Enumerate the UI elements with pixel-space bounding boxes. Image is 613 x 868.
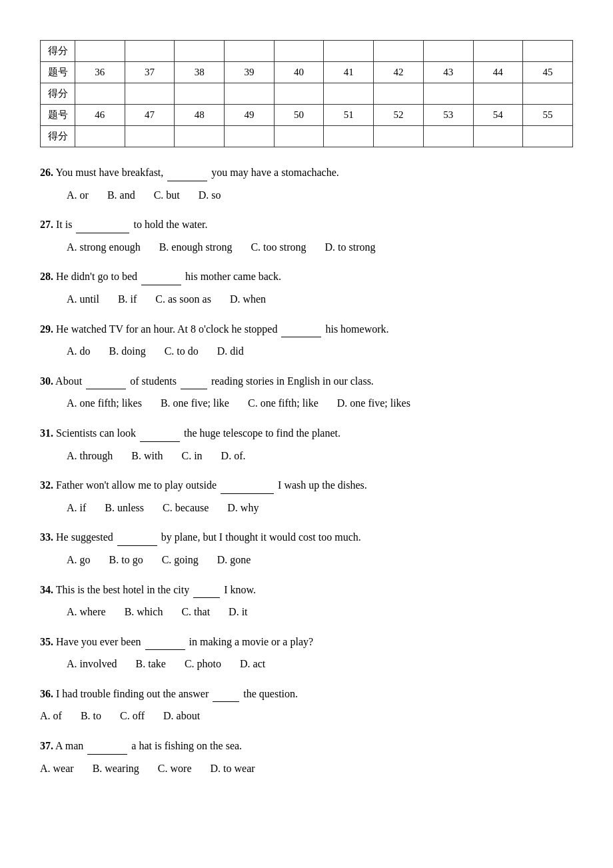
option: A. do	[67, 343, 91, 360]
options-row: A. untilB. ifC. as soon asD. when	[40, 291, 573, 308]
option: A. strong enough	[67, 239, 141, 256]
options-row: A. one fifth; likesB. one five; likeC. o…	[40, 395, 573, 412]
option: B. with	[131, 447, 163, 465]
table-cell: 49	[225, 105, 275, 126]
options-row: A. throughB. withC. inD. of.	[40, 447, 573, 465]
table-cell: 38	[175, 62, 225, 83]
option: B. wearing	[93, 760, 139, 777]
table-label-4: 得分	[41, 126, 75, 147]
option: A. involved	[67, 655, 117, 673]
option: D. it	[229, 603, 247, 621]
option: B. take	[136, 655, 166, 673]
table-cell: 46	[75, 105, 125, 126]
option: B. if	[118, 291, 137, 308]
table-cell: 53	[423, 105, 473, 126]
question-text: 29. He watched TV for an hour. At 8 o'cl…	[40, 320, 573, 338]
question-text: 32. Father won't allow me to play outsid…	[40, 476, 573, 494]
table-cell	[423, 83, 473, 105]
question-q36: 36. I had trouble finding out the answer…	[40, 685, 573, 725]
table-cell: 47	[125, 105, 175, 126]
table-cell: 43	[423, 62, 473, 83]
table-cell	[324, 41, 374, 62]
table-cell	[374, 41, 424, 62]
table-cell	[274, 126, 324, 147]
option: C. but	[154, 187, 180, 204]
option: A. of	[40, 707, 62, 725]
option: D. one five; likes	[337, 395, 410, 412]
question-q34: 34. This is the best hotel in the city I…	[40, 581, 573, 621]
table-cell	[523, 126, 573, 147]
score-table: 得分题号36373839404142434445得分题号464748495051…	[40, 40, 573, 147]
table-cell: 42	[374, 62, 424, 83]
question-q33: 33. He suggested by plane, but I thought…	[40, 528, 573, 568]
option: C. too strong	[251, 239, 306, 256]
option: B. and	[107, 187, 135, 204]
option: A. if	[67, 499, 86, 517]
table-cell: 51	[324, 105, 374, 126]
option: B. to	[81, 707, 101, 725]
option: D. about	[163, 707, 200, 725]
option: C. one fifth; like	[248, 395, 318, 412]
table-cell	[175, 83, 225, 105]
option: C. off	[120, 707, 145, 725]
table-cell: 39	[225, 62, 275, 83]
option: B. doing	[109, 343, 146, 360]
table-cell	[324, 126, 374, 147]
option: D. to strong	[325, 239, 376, 256]
question-text: 34. This is the best hotel in the city I…	[40, 581, 573, 599]
table-cell	[175, 41, 225, 62]
table-cell	[374, 126, 424, 147]
table-cell: 45	[523, 62, 573, 83]
question-text: 35. Have you ever been in making a movie…	[40, 633, 573, 651]
question-text: 36. I had trouble finding out the answer…	[40, 685, 573, 703]
option: D. gone	[217, 551, 251, 569]
option: B. one five; like	[161, 395, 229, 412]
option: C. in	[181, 447, 202, 465]
table-cell	[473, 41, 523, 62]
table-cell	[473, 83, 523, 105]
table-label-1: 题号	[41, 62, 75, 83]
table-cell: 44	[473, 62, 523, 83]
question-q31: 31. Scientists can look the huge telesco…	[40, 424, 573, 464]
table-cell	[225, 41, 275, 62]
question-text: 31. Scientists can look the huge telesco…	[40, 424, 573, 442]
table-cell: 36	[75, 62, 125, 83]
table-cell: 37	[125, 62, 175, 83]
options-row: A. wearB. wearingC. woreD. to wear	[40, 760, 573, 777]
table-cell: 40	[274, 62, 324, 83]
option: A. until	[67, 291, 99, 308]
option: D. of.	[221, 447, 246, 465]
table-cell	[274, 41, 324, 62]
table-cell: 52	[374, 105, 424, 126]
table-cell	[324, 83, 374, 105]
question-text: 37. A man a hat is fishing on the sea.	[40, 737, 573, 755]
options-row: A. ofB. toC. offD. about	[40, 707, 573, 725]
option: C. because	[163, 499, 209, 517]
option: B. to go	[109, 551, 143, 569]
option: D. why	[227, 499, 259, 517]
table-cell: 41	[324, 62, 374, 83]
table-cell	[125, 126, 175, 147]
option: D. act	[240, 655, 265, 673]
question-q29: 29. He watched TV for an hour. At 8 o'cl…	[40, 320, 573, 360]
question-q32: 32. Father won't allow me to play outsid…	[40, 476, 573, 516]
table-cell	[125, 83, 175, 105]
options-row: A. orB. andC. butD. so	[40, 187, 573, 204]
option: D. to wear	[211, 760, 255, 777]
question-q35: 35. Have you ever been in making a movie…	[40, 633, 573, 673]
option: A. wear	[40, 760, 74, 777]
question-text: 33. He suggested by plane, but I thought…	[40, 528, 573, 546]
table-cell: 55	[523, 105, 573, 126]
table-cell	[423, 126, 473, 147]
option: C. going	[162, 551, 199, 569]
option: D. when	[230, 291, 266, 308]
question-text: 27. It is to hold the water.	[40, 215, 573, 233]
table-cell: 48	[175, 105, 225, 126]
question-q37: 37. A man a hat is fishing on the sea.A.…	[40, 737, 573, 777]
table-label-0: 得分	[41, 41, 75, 62]
option: C. to do	[165, 343, 199, 360]
option: C. wore	[158, 760, 192, 777]
table-label-2: 得分	[41, 83, 75, 105]
question-text: 26. You must have breakfast, you may hav…	[40, 163, 573, 181]
table-label-3: 题号	[41, 105, 75, 126]
